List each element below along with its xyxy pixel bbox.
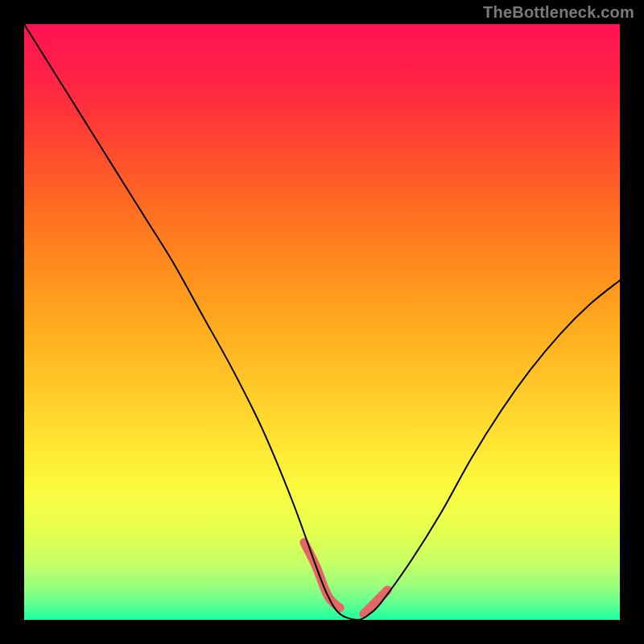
- bottleneck-curve: [24, 24, 620, 620]
- watermark-text: TheBottleneck.com: [483, 3, 634, 22]
- plot-area: [24, 24, 620, 620]
- accent-segment-1: [304, 543, 340, 608]
- curve-layer: [24, 24, 620, 620]
- accent-segment-2: [364, 590, 388, 614]
- chart-frame: TheBottleneck.com: [0, 0, 644, 644]
